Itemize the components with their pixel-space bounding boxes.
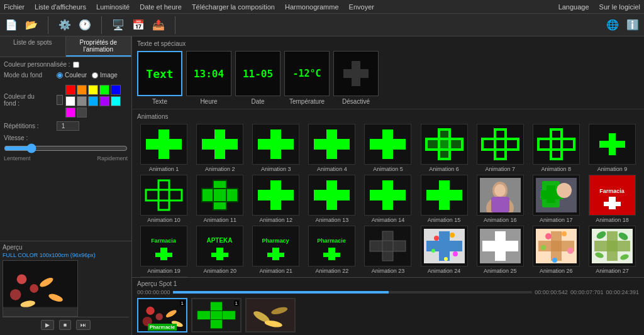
anim-item-10[interactable]: Animation 10 — [137, 175, 191, 223]
translate-icon: 🌐 — [606, 19, 619, 31]
menu-sur-logiciel[interactable]: Sur le logiciel — [599, 3, 640, 11]
svg-text:Pharmacy: Pharmacy — [262, 238, 289, 244]
clock-button[interactable]: 🕐 — [79, 19, 91, 31]
color-cyan[interactable] — [111, 96, 121, 106]
svg-point-93 — [545, 233, 552, 239]
anim-item-22[interactable]: Pharmacie Animation 22 — [305, 226, 358, 274]
bottom-thumb-2[interactable]: 1 — [191, 298, 242, 332]
monitor-button[interactable]: 🖥️ — [112, 19, 125, 31]
anim-item-17[interactable]: Animation 17 — [530, 175, 583, 223]
anim-label-13: Animation 13 — [316, 217, 349, 223]
special-item-texte[interactable]: Text Texte — [137, 51, 182, 105]
anim-item-18[interactable]: Farmacia Animation 18 — [586, 175, 639, 223]
anim-item-9[interactable]: Animation 9 — [586, 124, 639, 172]
menu-date-heure[interactable]: Date et heure — [140, 3, 182, 11]
special-item-desactive[interactable]: Désactivé — [333, 51, 379, 105]
svg-rect-19 — [370, 139, 406, 150]
couleur-personnalisee-checkbox[interactable] — [73, 62, 79, 68]
anim-item-5[interactable]: Animation 5 — [361, 124, 414, 172]
apercu-strip-label: Aperçu Spot 1 — [137, 280, 639, 287]
anim-item-4[interactable]: Animation 4 — [305, 124, 358, 172]
tab-proprietes-animation[interactable]: Propriétés de l'animation — [66, 36, 132, 57]
menu-telecharger[interactable]: Télécharger la composition — [192, 3, 275, 11]
gear-icon: ⚙️ — [58, 19, 71, 31]
anim-item-12[interactable]: Animation 12 — [249, 175, 303, 223]
anim-thumb-14 — [364, 175, 411, 216]
menu-envoyer[interactable]: Envoyer — [349, 3, 374, 11]
send-button[interactable]: 📤 — [152, 19, 165, 31]
color-blue[interactable] — [111, 85, 121, 95]
play-button[interactable]: ▶ — [41, 320, 54, 330]
anim-thumb-27 — [589, 226, 636, 266]
couleur-radio[interactable]: Couleur — [57, 72, 87, 79]
folder-icon: 📂 — [25, 19, 38, 31]
next-button[interactable]: ⏭ — [76, 320, 91, 330]
vitesse-slider[interactable] — [4, 143, 128, 153]
svg-point-1 — [17, 274, 27, 284]
anim-item-24[interactable]: Animation 24 — [418, 226, 471, 274]
anim-label-11: Animation 11 — [203, 217, 236, 223]
timeline-bar[interactable] — [173, 291, 533, 294]
anim-item-23[interactable]: Animation 23 — [361, 226, 414, 274]
anim-item-20[interactable]: APTEKA Animation 20 — [193, 226, 247, 274]
svg-point-111 — [156, 313, 163, 320]
anim-item-25[interactable]: Animation 25 — [474, 226, 527, 274]
bottom-thumb-1[interactable]: 1 Pharmacie — [137, 298, 187, 332]
svg-rect-15 — [258, 139, 294, 150]
menu-harmonogramme[interactable]: Harmonogramme — [285, 3, 339, 11]
menu-liste-afficheurs[interactable]: Liste d'afficheurs — [35, 3, 86, 11]
anim-item-14[interactable]: Animation 14 — [361, 175, 414, 223]
color-orange[interactable] — [77, 85, 87, 95]
anim-item-8[interactable]: Animation 8 — [530, 124, 583, 172]
settings-button[interactable]: ⚙️ — [58, 19, 71, 31]
color-magenta[interactable] — [65, 107, 75, 118]
anim-item-7[interactable]: Animation 7 — [474, 124, 527, 172]
color-gray[interactable] — [77, 96, 87, 106]
special-item-heure[interactable]: 13:04 Heure — [186, 51, 231, 105]
color-yellow[interactable] — [88, 85, 98, 95]
color-green[interactable] — [99, 85, 109, 95]
new-file-button[interactable]: 📄 — [5, 19, 18, 31]
anim-item-13[interactable]: Animation 13 — [305, 175, 358, 223]
temperature-thumb: -12°C — [284, 51, 330, 96]
menu-language[interactable]: Language — [558, 3, 589, 11]
anim-item-26[interactable]: Animation 26 — [530, 226, 583, 274]
anim-thumb-22: Pharmacie — [308, 226, 355, 266]
anim-item-1[interactable]: Animation 1 — [137, 124, 191, 172]
color-red[interactable] — [65, 85, 75, 95]
anim-thumb-25 — [477, 226, 524, 266]
repetitions-input[interactable] — [57, 121, 79, 131]
anim-label-2: Animation 2 — [205, 166, 235, 172]
special-item-temperature[interactable]: -12°C Température — [284, 51, 330, 105]
color-purple[interactable] — [99, 96, 109, 106]
svg-rect-73 — [323, 253, 340, 257]
tab-liste-spots[interactable]: Liste de spots — [0, 36, 66, 57]
menu-luminosite[interactable]: Luminosité — [96, 3, 130, 11]
anim-item-15[interactable]: Animation 15 — [418, 175, 471, 223]
calendar-button[interactable]: 📅 — [132, 19, 145, 31]
color-cyan-blue[interactable] — [88, 96, 98, 106]
svg-point-94 — [562, 231, 567, 236]
color-dark[interactable] — [77, 107, 87, 118]
anim-label-3: Animation 3 — [261, 166, 291, 172]
open-file-button[interactable]: 📂 — [25, 19, 38, 31]
couleur-fond-swatch[interactable] — [57, 95, 63, 105]
anim-item-2[interactable]: Animation 2 — [193, 124, 247, 172]
anim-item-11[interactable]: Animation 11 — [193, 175, 247, 223]
translate-button[interactable]: 🌐 — [606, 19, 619, 31]
anim-item-19[interactable]: Farmacia Animation 19 — [137, 226, 191, 274]
temperature-display: -12°C — [292, 68, 321, 79]
stop-button[interactable]: ■ — [59, 320, 71, 330]
anim-item-21[interactable]: Pharmacy Animation 21 — [249, 226, 303, 274]
anim-item-3[interactable]: Animation 3 — [249, 124, 303, 172]
menu-fichier[interactable]: Fichier — [4, 3, 25, 11]
special-item-date[interactable]: 11-05 Date — [235, 51, 280, 105]
anim-item-27[interactable]: Animation 27 — [586, 226, 639, 274]
anim-item-16[interactable]: Animation 16 — [474, 175, 527, 223]
image-radio[interactable]: Image — [92, 72, 118, 79]
bottom-thumb-3[interactable] — [245, 298, 296, 332]
info-button[interactable]: ℹ️ — [626, 19, 639, 31]
anim-thumb-26 — [533, 226, 580, 266]
anim-item-6[interactable]: Animation 6 — [418, 124, 471, 172]
color-white[interactable] — [65, 96, 75, 106]
